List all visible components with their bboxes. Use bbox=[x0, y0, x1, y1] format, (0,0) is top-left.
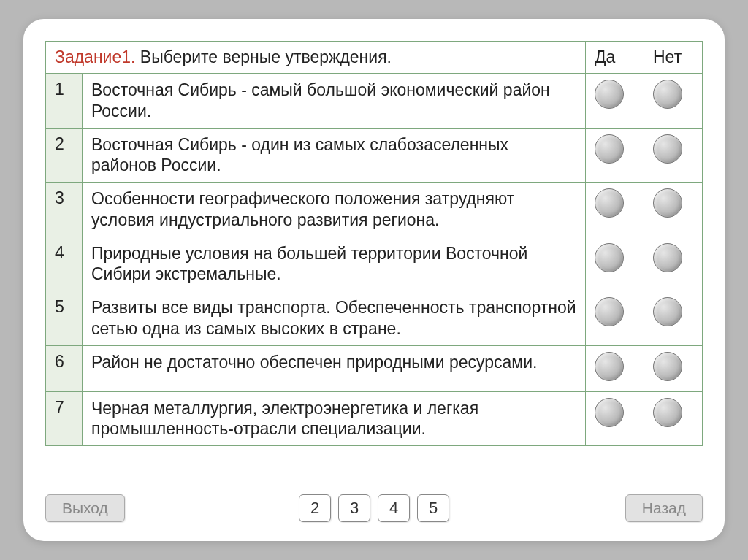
row-number: 6 bbox=[46, 345, 83, 391]
footer-bar: Выход 2 3 4 5 Назад bbox=[45, 490, 703, 526]
table-row: 3 Особенности географического положения … bbox=[46, 183, 703, 237]
table-row: 5 Развиты все виды транспорта. Обеспечен… bbox=[46, 291, 703, 346]
answer-yes-cell bbox=[586, 391, 644, 446]
column-header-yes: Да bbox=[586, 42, 644, 74]
table-row: 6 Район не достаточно обеспечен природны… bbox=[46, 345, 703, 391]
radio-yes[interactable] bbox=[595, 80, 624, 109]
quiz-card: Задание1. Выберите верные утверждения. Д… bbox=[23, 19, 725, 541]
table-row: 2 Восточная Сибирь - один из самых слабо… bbox=[46, 128, 703, 183]
row-number: 3 bbox=[46, 183, 83, 237]
row-number: 1 bbox=[46, 74, 83, 129]
statement-text: Особенности географического положения за… bbox=[83, 183, 586, 237]
answer-no-cell bbox=[644, 128, 703, 183]
radio-no[interactable] bbox=[653, 188, 682, 218]
row-number: 5 bbox=[46, 291, 83, 346]
radio-yes[interactable] bbox=[595, 134, 624, 164]
answer-no-cell bbox=[644, 391, 703, 446]
statement-text: Восточная Сибирь - самый большой экономи… bbox=[83, 74, 586, 129]
page-button-3[interactable]: 3 bbox=[338, 494, 370, 522]
row-number: 7 bbox=[46, 391, 83, 446]
radio-no[interactable] bbox=[653, 243, 682, 272]
radio-no[interactable] bbox=[653, 352, 682, 381]
table-row: 4 Природные условия на большей территори… bbox=[46, 237, 703, 291]
statement-text: Развиты все виды транспорта. Обеспеченно… bbox=[83, 291, 586, 346]
page-button-4[interactable]: 4 bbox=[378, 494, 410, 522]
answer-yes-cell bbox=[586, 345, 644, 391]
answer-yes-cell bbox=[586, 74, 644, 129]
radio-no[interactable] bbox=[653, 398, 682, 427]
table-row: 1 Восточная Сибирь - самый большой эконо… bbox=[46, 74, 703, 129]
column-header-no: Нет bbox=[644, 42, 703, 74]
statement-text: Черная металлургия, электроэнергетика и … bbox=[83, 391, 586, 446]
answer-yes-cell bbox=[586, 291, 644, 346]
answer-yes-cell bbox=[586, 128, 644, 183]
row-number: 2 bbox=[46, 128, 83, 183]
table-header-row: Задание1. Выберите верные утверждения. Д… bbox=[46, 42, 703, 74]
page-button-5[interactable]: 5 bbox=[417, 494, 449, 522]
radio-yes[interactable] bbox=[595, 398, 624, 427]
answer-no-cell bbox=[644, 183, 703, 237]
quiz-table: Задание1. Выберите верные утверждения. Д… bbox=[45, 41, 703, 446]
radio-no[interactable] bbox=[653, 297, 682, 326]
answer-yes-cell bbox=[586, 237, 644, 291]
statement-text: Природные условия на большей территории … bbox=[83, 237, 586, 291]
radio-yes[interactable] bbox=[595, 188, 624, 218]
radio-yes[interactable] bbox=[595, 297, 624, 326]
radio-no[interactable] bbox=[653, 80, 682, 109]
pager: 2 3 4 5 bbox=[299, 494, 449, 522]
exit-button[interactable]: Выход bbox=[45, 494, 125, 522]
task-number-label: Задание1. bbox=[55, 47, 135, 66]
task-prompt: Выберите верные утверждения. bbox=[135, 47, 392, 66]
task-header-cell: Задание1. Выберите верные утверждения. bbox=[46, 42, 586, 74]
radio-yes[interactable] bbox=[595, 352, 624, 381]
answer-no-cell bbox=[644, 74, 703, 129]
table-row: 7 Черная металлургия, электроэнергетика … bbox=[46, 391, 703, 446]
radio-yes[interactable] bbox=[595, 243, 624, 272]
row-number: 4 bbox=[46, 237, 83, 291]
answer-no-cell bbox=[644, 291, 703, 346]
answer-no-cell bbox=[644, 345, 703, 391]
statement-text: Район не достаточно обеспечен природными… bbox=[83, 345, 586, 391]
answer-no-cell bbox=[644, 237, 703, 291]
page-button-2[interactable]: 2 bbox=[299, 494, 331, 522]
statement-text: Восточная Сибирь - один из самых слабоза… bbox=[83, 128, 586, 183]
back-button[interactable]: Назад bbox=[625, 494, 703, 522]
radio-no[interactable] bbox=[653, 134, 682, 164]
answer-yes-cell bbox=[586, 183, 644, 237]
